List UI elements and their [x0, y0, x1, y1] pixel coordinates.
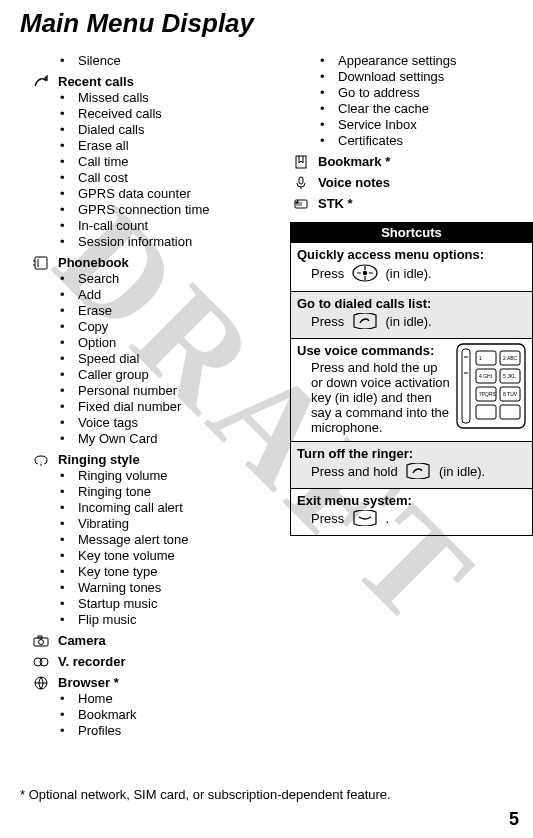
recent-calls-icon	[30, 75, 52, 89]
item-label: Copy	[78, 319, 108, 335]
list-item: •Copy	[20, 319, 290, 335]
item-label: Ringing volume	[78, 468, 168, 484]
right-column: •Appearance settings•Download settings•G…	[290, 53, 513, 739]
bullet-icon: •	[320, 53, 338, 69]
bullet-icon: •	[60, 468, 78, 484]
bullet-icon: •	[60, 383, 78, 399]
section-label: V. recorder	[58, 653, 125, 670]
list-item: •Clear the cache	[290, 101, 513, 117]
section-label: Bookmark *	[318, 153, 390, 170]
svg-rect-7	[296, 156, 306, 168]
bullet-icon: •	[60, 271, 78, 287]
bullet-icon: •	[60, 399, 78, 415]
shortcut-title: Exit menu system:	[297, 493, 526, 508]
bullet-icon: •	[60, 154, 78, 170]
item-label: Bookmark	[78, 707, 137, 723]
item-label: Certificates	[338, 133, 403, 149]
bullet-icon: •	[60, 351, 78, 367]
item-label: Incoming call alert	[78, 500, 183, 516]
bullet-icon: •	[60, 335, 78, 351]
item-label: Startup music	[78, 596, 157, 612]
item-label: Clear the cache	[338, 101, 429, 117]
section-header: Ringing style	[20, 451, 290, 468]
item-label: Download settings	[338, 69, 444, 85]
bullet-icon: •	[60, 484, 78, 500]
bullet-icon: •	[60, 122, 78, 138]
bullet-icon: •	[60, 596, 78, 612]
item-label: Speed dial	[78, 351, 139, 367]
bullet-icon: •	[60, 202, 78, 218]
list-item: •Voice tags	[20, 415, 290, 431]
list-item: •Incoming call alert	[20, 500, 290, 516]
section-header: Browser *	[20, 674, 290, 691]
bullet-icon: •	[60, 186, 78, 202]
voice-notes-icon	[290, 176, 312, 190]
item-label: Option	[78, 335, 116, 351]
list-item: •Add	[20, 287, 290, 303]
list-item: •Session information	[20, 234, 290, 250]
item-label: Home	[78, 691, 113, 707]
shortcut-exit-menu: Exit menu system: Press .	[291, 488, 532, 535]
bullet-icon: •	[60, 319, 78, 335]
item-label: Erase all	[78, 138, 129, 154]
section-header: Bookmark *	[290, 153, 513, 170]
browser-icon	[30, 676, 52, 690]
list-item: •Bookmark	[20, 707, 290, 723]
list-item: •Home	[20, 691, 290, 707]
send-key-icon	[405, 463, 431, 482]
item-label: Search	[78, 271, 119, 287]
item-label: Warning tones	[78, 580, 161, 596]
list-item: •Fixed dial number	[20, 399, 290, 415]
section-label: Recent calls	[58, 73, 134, 90]
item-label: Erase	[78, 303, 112, 319]
section-label: Phonebook	[58, 254, 129, 271]
list-item: •Warning tones	[20, 580, 290, 596]
shortcuts-box: Shortcuts Quickly access menu options: P…	[290, 222, 533, 536]
item-label: Ringing tone	[78, 484, 151, 500]
list-item: •Received calls	[20, 106, 290, 122]
list-item: •In-call count	[20, 218, 290, 234]
list-item: •Vibrating	[20, 516, 290, 532]
item-label: Service Inbox	[338, 117, 417, 133]
bullet-icon: •	[320, 133, 338, 149]
bullet-icon: •	[60, 218, 78, 234]
shortcuts-header: Shortcuts	[291, 223, 532, 242]
list-item: •Profiles	[20, 723, 290, 739]
nav-key-icon	[352, 264, 378, 285]
item-label: Go to address	[338, 85, 420, 101]
list-item: •GPRS connection time	[20, 202, 290, 218]
list-item: •Startup music	[20, 596, 290, 612]
bullet-icon: •	[60, 500, 78, 516]
list-item: •Certificates	[290, 133, 513, 149]
phonebook-icon	[30, 256, 52, 270]
svg-point-5	[40, 658, 48, 666]
shortcut-body: Press and hold (in idle).	[297, 463, 526, 482]
bullet-icon: •	[320, 69, 338, 85]
press-label: Press	[311, 266, 344, 281]
bullet-icon: •	[60, 431, 78, 447]
bullet-icon: •	[60, 580, 78, 596]
item-label: GPRS data counter	[78, 186, 191, 202]
svg-text:4 GHI: 4 GHI	[479, 373, 492, 379]
list-item: •Appearance settings	[290, 53, 513, 69]
item-label: Personal number	[78, 383, 177, 399]
item-label: Flip music	[78, 612, 137, 628]
list-item: •Missed calls	[20, 90, 290, 106]
bullet-icon: •	[60, 303, 78, 319]
item-label: Silence	[78, 53, 121, 69]
tail-label: (in idle).	[439, 464, 485, 479]
item-label: Appearance settings	[338, 53, 457, 69]
tail-label: .	[385, 511, 389, 526]
list-item: •Caller group	[20, 367, 290, 383]
list-item: •Service Inbox	[290, 117, 513, 133]
item-label: Key tone volume	[78, 548, 175, 564]
item-label: Key tone type	[78, 564, 158, 580]
shortcut-turn-off-ringer: Turn off the ringer: Press and hold (in …	[291, 441, 532, 488]
list-item: •Ringing tone	[20, 484, 290, 500]
bullet-icon: •	[320, 85, 338, 101]
section-label: Voice notes	[318, 174, 390, 191]
list-item: •Go to address	[290, 85, 513, 101]
list-item: •Download settings	[290, 69, 513, 85]
tail-label: (in idle).	[385, 266, 431, 281]
press-label: Press and hold	[311, 464, 398, 479]
